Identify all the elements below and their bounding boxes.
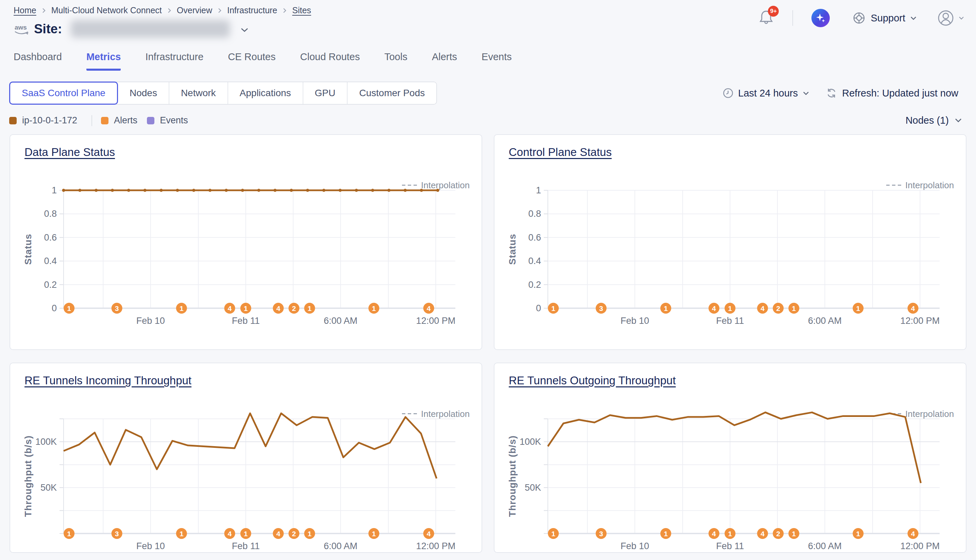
filter-customer-pods[interactable]: Customer Pods [348,82,436,104]
event-badge[interactable]: 1 [852,528,864,539]
interpolation-legend[interactable]: Interpolation [886,180,954,190]
chevron-down-icon[interactable] [240,27,249,33]
event-badge[interactable]: 1 [788,303,799,313]
event-badge[interactable]: 1 [304,303,315,313]
event-badge[interactable]: 3 [112,303,122,313]
event-badge[interactable]: 4 [709,303,719,313]
event-badge[interactable]: 1 [304,528,315,539]
filter-applications[interactable]: Applications [228,82,303,104]
event-badge[interactable]: 2 [288,303,299,313]
y-tick-label: 0.6 [44,232,57,243]
event-badge[interactable]: 4 [423,303,434,313]
account-menu[interactable] [937,10,964,27]
event-badge[interactable]: 1 [725,303,735,313]
event-badge[interactable]: 4 [273,528,284,539]
svg-text:4: 4 [427,305,431,312]
event-badge[interactable]: 4 [709,528,719,539]
event-badge[interactable]: 4 [224,528,235,539]
tab-tools[interactable]: Tools [384,51,408,71]
event-badge[interactable]: 1 [548,528,559,539]
event-badge[interactable]: 1 [368,303,379,313]
event-badge[interactable]: 1 [241,303,251,313]
tab-dashboard[interactable]: Dashboard [13,51,62,71]
breadcrumb-home[interactable]: Home [13,5,37,15]
event-badge[interactable]: 1 [660,528,671,539]
event-badge[interactable]: 3 [112,528,122,539]
filter-gpu[interactable]: GPU [303,82,348,104]
svg-text:4: 4 [427,530,431,538]
event-badge[interactable]: 2 [288,528,299,539]
tab-events[interactable]: Events [481,51,512,71]
tab-alerts[interactable]: Alerts [432,51,457,71]
series-line[interactable] [548,413,921,483]
event-badge[interactable]: 3 [596,528,607,539]
time-range-dropdown[interactable]: Last 24 hours [723,88,810,99]
svg-text:4: 4 [276,530,280,538]
svg-text:4: 4 [911,305,915,312]
filter-network[interactable]: Network [169,82,228,104]
event-badge[interactable]: 1 [176,303,187,313]
breadcrumb-sites[interactable]: Sites [292,5,311,15]
events-label[interactable]: Events [160,115,188,126]
x-tick-label: Feb 10 [621,541,649,551]
notifications-button[interactable]: 9+ [759,9,773,27]
breadcrumb-mcn[interactable]: Multi-Cloud Network Connect [51,5,162,15]
event-badge[interactable]: 1 [788,528,799,539]
event-badge[interactable]: 4 [757,528,768,539]
support-label: Support [871,13,905,24]
chart-title-link[interactable]: Data Plane Status [25,146,115,159]
x-tick-label: 12:00 PM [901,541,940,551]
event-badge[interactable]: 1 [660,303,671,313]
y-tick-label: 0 [536,303,541,313]
tab-cloud-routes[interactable]: Cloud Routes [300,51,360,71]
interpolation-legend[interactable]: Interpolation [402,409,470,419]
event-badge[interactable]: 1 [176,528,187,539]
x-tick-label: 6:00 AM [324,541,358,551]
filter-saas-control-plane[interactable]: SaaS Control Plane [9,82,118,105]
nodes-dropdown[interactable]: Nodes (1) [906,115,963,126]
breadcrumb-overview[interactable]: Overview [177,5,212,15]
event-badge[interactable]: 1 [241,528,251,539]
event-badge[interactable]: 4 [273,303,284,313]
event-badge[interactable]: 3 [596,303,607,313]
x-tick-label: Feb 11 [716,541,744,551]
support-menu[interactable]: Support [852,11,917,25]
event-badge[interactable]: 2 [773,303,784,313]
event-badge[interactable]: 2 [773,528,784,539]
ai-assistant-button[interactable] [811,9,830,27]
time-range-value: Last 24 hours [738,88,798,99]
tab-bar: Dashboard Metrics Infrastructure CE Rout… [0,51,976,71]
x-tick-label: Feb 10 [136,316,165,326]
node-series-label[interactable]: ip-10-0-1-172 [22,115,77,126]
event-badge[interactable]: 4 [423,528,434,539]
tab-metrics[interactable]: Metrics [86,51,121,71]
svg-text:1: 1 [856,305,861,312]
chevron-right-icon [167,7,171,14]
event-badge[interactable]: 4 [757,303,768,313]
refresh-button[interactable]: Refresh: Updated just now [826,87,958,99]
event-badge[interactable]: 4 [224,303,235,313]
y-tick-label: 0.6 [528,232,541,243]
event-badge[interactable]: 1 [852,303,864,313]
event-badge[interactable]: 1 [368,528,379,539]
chart-title-link[interactable]: RE Tunnels Outgoing Throughput [509,374,676,387]
interpolation-legend[interactable]: Interpolation [402,180,470,190]
event-badge[interactable]: 1 [725,528,735,539]
chart-title-link[interactable]: Control Plane Status [509,146,612,159]
event-badge[interactable]: 1 [548,303,559,313]
breadcrumb-infrastructure[interactable]: Infrastructure [227,5,277,15]
event-badge[interactable]: 1 [64,303,75,313]
event-badge[interactable]: 1 [64,528,75,539]
interpolation-legend[interactable]: Interpolation [886,409,954,419]
event-badge[interactable]: 4 [907,528,919,539]
chart-title-link[interactable]: RE Tunnels Incoming Throughput [25,374,191,387]
filter-nodes[interactable]: Nodes [118,82,169,104]
series-line[interactable] [64,413,437,478]
aws-logo-icon: aws [13,23,30,37]
svg-text:2: 2 [292,305,296,312]
alerts-label[interactable]: Alerts [114,115,137,126]
event-badge[interactable]: 4 [907,303,919,313]
svg-text:3: 3 [115,530,119,538]
tab-ce-routes[interactable]: CE Routes [228,51,276,71]
tab-infrastructure[interactable]: Infrastructure [145,51,203,71]
